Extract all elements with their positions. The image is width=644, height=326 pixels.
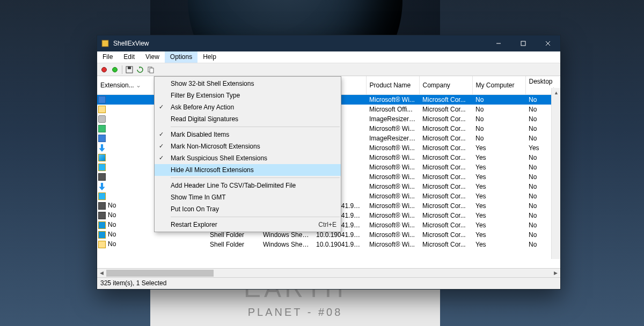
menu-option-label: Ask Before Any Action — [171, 103, 234, 111]
row-icon — [98, 135, 106, 142]
check-icon: ✓ — [159, 154, 164, 161]
titlebar[interactable]: ShellExView — [97, 35, 560, 51]
copy-icon[interactable] — [147, 66, 155, 73]
window-title: ShellExView — [113, 40, 486, 47]
menu-option[interactable]: Show 32-bit Shell Extensions — [155, 78, 341, 90]
check-icon: ✓ — [159, 103, 164, 110]
menu-option-label: Add Header Line To CSV/Tab-Delimited Fil… — [171, 182, 296, 189]
menu-option[interactable]: ✓Ask Before Any Action — [155, 101, 341, 113]
menu-option[interactable]: ✓Mark Suspicious Shell Extensions — [155, 152, 341, 164]
menu-option-label: Put Icon On Tray — [171, 205, 219, 213]
wallpaper-subtitle: PLANET - #08 — [248, 306, 343, 318]
app-window: ShellExView FileEditViewOptionsHelp Exte… — [97, 35, 561, 290]
row-icon — [98, 154, 106, 161]
row-icon — [98, 183, 106, 190]
menu-option-label: Read Digital Signatures — [171, 115, 238, 123]
row-icon — [98, 164, 106, 171]
menu-option-label: Mark Non-Microsoft Extensions — [171, 143, 260, 150]
menu-option-label: Filter By Extension Type — [171, 92, 240, 99]
menu-option[interactable]: Add Header Line To CSV/Tab-Delimited Fil… — [155, 180, 341, 191]
row-icon — [98, 106, 106, 113]
column-header[interactable]: Company — [419, 76, 472, 95]
menu-option-label: Show 32-bit Shell Extensions — [171, 80, 254, 87]
menu-option-label: Restart Explorer — [171, 221, 217, 228]
menu-option[interactable]: Show Time In GMT — [155, 191, 341, 203]
row-icon — [98, 231, 106, 239]
svg-rect-8 — [150, 68, 153, 73]
menu-option[interactable]: ✓Mark Non-Microsoft Extensions — [155, 140, 341, 152]
menu-option-label: Mark Disabled Items — [171, 131, 229, 138]
maximize-button[interactable] — [511, 35, 536, 51]
menu-option-label: Show Time In GMT — [171, 194, 226, 201]
menubar: FileEditViewOptionsHelp — [97, 51, 560, 63]
menu-file[interactable]: File — [97, 51, 118, 63]
options-dropdown: Show 32-bit Shell ExtensionsFilter By Ex… — [154, 76, 341, 232]
horizontal-scrollbar[interactable]: ◀ ▶ — [97, 268, 560, 277]
column-header[interactable]: My Computer — [472, 76, 525, 95]
minimize-button[interactable] — [486, 35, 511, 51]
menu-option-label: Mark Suspicious Shell Extensions — [171, 154, 267, 162]
menu-option[interactable]: Filter By Extension Type — [155, 90, 341, 101]
row-icon — [98, 96, 106, 103]
menu-option[interactable]: Read Digital Signatures — [155, 113, 341, 125]
scroll-left-icon[interactable]: ◀ — [97, 269, 106, 278]
scroll-thumb[interactable] — [106, 270, 214, 277]
close-button[interactable] — [536, 35, 560, 51]
menu-option[interactable]: Restart ExplorerCtrl+E — [155, 219, 341, 231]
menu-option[interactable]: Put Icon On Tray — [155, 203, 341, 215]
menu-view[interactable]: View — [140, 51, 165, 63]
row-icon — [98, 241, 106, 248]
menu-edit[interactable]: Edit — [118, 51, 140, 63]
scroll-right-icon[interactable]: ▶ — [551, 269, 560, 278]
enable-icon[interactable] — [111, 66, 119, 73]
column-header[interactable]: Extension... ⌄ — [97, 76, 153, 95]
svg-rect-2 — [521, 41, 525, 46]
statusbar: 325 item(s), 1 Selected — [97, 277, 560, 289]
check-icon: ✓ — [159, 143, 164, 150]
row-icon — [98, 202, 106, 210]
menu-option[interactable]: ✓Mark Disabled Items — [155, 129, 341, 140]
menu-option-label: Hide All Microsoft Extensions — [171, 166, 254, 174]
app-icon — [97, 40, 113, 47]
row-icon — [98, 212, 106, 219]
svg-rect-0 — [102, 40, 108, 47]
status-text: 325 item(s), 1 Selected — [100, 279, 166, 287]
refresh-icon[interactable] — [136, 66, 144, 73]
menu-option[interactable]: Hide All Microsoft Extensions — [155, 164, 341, 176]
table-row[interactable]: NoShell FolderWindows Shell...10.0.19041… — [97, 240, 560, 249]
scroll-up-icon[interactable]: ▲ — [552, 88, 560, 97]
vertical-scrollbar[interactable]: ▲ — [551, 88, 560, 259]
row-icon — [98, 144, 106, 152]
column-header[interactable]: Product Name — [366, 76, 419, 95]
toolbar — [97, 63, 560, 76]
row-icon — [98, 173, 106, 181]
row-icon — [98, 192, 106, 200]
row-icon — [98, 115, 106, 123]
menu-help[interactable]: Help — [197, 51, 222, 63]
content-area: Extension... ⌄Product NameCompanyMy Comp… — [97, 76, 560, 277]
menu-options[interactable]: Options — [165, 51, 197, 63]
menu-shortcut: Ctrl+E — [318, 221, 336, 228]
check-icon: ✓ — [159, 131, 164, 138]
disable-icon[interactable] — [100, 66, 108, 73]
save-icon[interactable] — [126, 66, 133, 73]
row-icon — [98, 125, 106, 132]
svg-rect-6 — [128, 66, 131, 69]
row-icon — [98, 221, 106, 229]
